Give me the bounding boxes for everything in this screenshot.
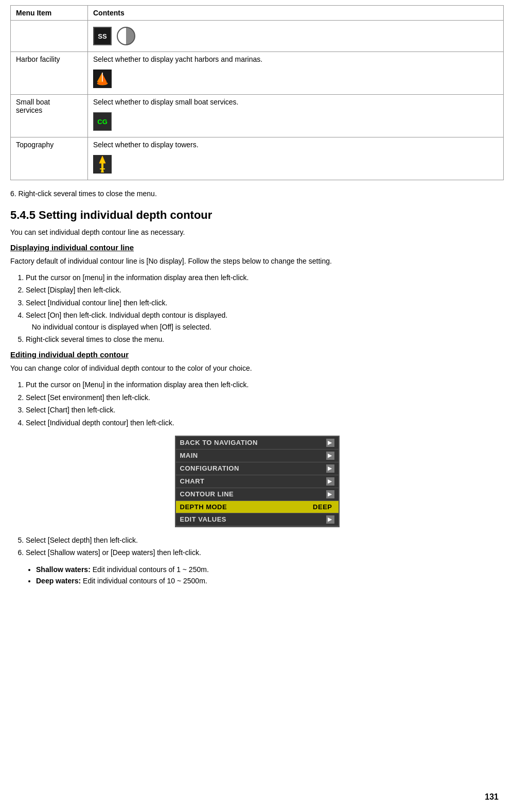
post-menu-steps-list: Select [Select depth] then left-click. S… — [26, 534, 504, 559]
list-item: Select [Select depth] then left-click. — [26, 534, 504, 546]
menu-row-depth-mode: DEPTH MODE DEEP — [176, 501, 339, 513]
menu-label: CONTOUR LINE — [180, 490, 326, 498]
menu-label: DEPTH MODE — [180, 503, 313, 511]
menu-row-main: MAIN ▶ — [176, 450, 339, 462]
menu-row-configuration: CONFIGURATION ▶ — [176, 462, 339, 475]
list-item: Put the cursor on [Menu] in the informat… — [26, 379, 504, 390]
page-container: Menu Item Contents SS Harbor facility S — [0, 0, 514, 812]
table-cell-menu: Small boatservices — [11, 95, 88, 137]
bullet-bold: Deep waters: — [36, 577, 81, 585]
circle-half-icon — [117, 27, 135, 45]
icon-group: SS — [93, 24, 498, 48]
table-row: Topography Select whether to display tow… — [11, 137, 504, 180]
table-cell-menu — [11, 21, 88, 52]
table-cell-contents: Select whether to display small boat ser… — [88, 95, 504, 137]
list-item: Right-click several times to close the m… — [26, 334, 504, 345]
list-item: Select [Individual depth contour] then l… — [26, 417, 504, 428]
list-item: Select [Display] then left-click. — [26, 284, 504, 296]
topography-text: Select whether to display towers. — [93, 141, 199, 149]
menu-row-chart: CHART ▶ — [176, 475, 339, 488]
list-item: Select [Set environment] then left-click… — [26, 392, 504, 403]
list-item: Select [Shallow waters] or [Deep waters]… — [26, 547, 504, 558]
svg-marker-1 — [102, 74, 107, 82]
bullet-text: Edit individual contours of 10 ~ 2500m. — [83, 577, 207, 585]
tower-icon — [93, 155, 112, 174]
menu-image: BACK TO NAVIGATION ▶ MAIN ▶ CONFIGURATIO… — [175, 436, 340, 527]
subsection1-steps-list: Put the cursor on [menu] in the informat… — [26, 272, 504, 345]
menu-value: DEEP — [313, 503, 332, 511]
menu-table: Menu Item Contents SS Harbor facility S — [10, 5, 504, 180]
menu-image-container: BACK TO NAVIGATION ▶ MAIN ▶ CONFIGURATIO… — [10, 436, 504, 527]
table-cell-contents: SS — [88, 21, 504, 52]
ss-icon: SS — [93, 27, 112, 45]
list-item: Deep waters: Edit individual contours of… — [36, 575, 504, 586]
subsection2-steps-list: Put the cursor on [Menu] in the informat… — [26, 379, 504, 428]
step-close-para: 6. Right-click several times to close th… — [10, 188, 504, 199]
icon-group — [93, 66, 498, 91]
icon-group — [93, 152, 498, 177]
table-cell-menu: Topography — [11, 137, 88, 180]
table-cell-contents: Select whether to display yacht harbors … — [88, 52, 504, 95]
subsection2-title: Editing individual depth contour — [10, 350, 504, 359]
cg-icon: CG — [93, 112, 112, 131]
arrow-icon: ▶ — [326, 515, 334, 524]
table-row: Harbor facility Select whether to displa… — [11, 52, 504, 95]
list-item: Select [Individual contour line] then le… — [26, 297, 504, 308]
harbor-text: Select whether to display yacht harbors … — [93, 55, 262, 63]
table-header-menu: Menu Item — [11, 6, 88, 21]
bullet-text: Edit individual contours of 1 ~ 250m. — [93, 565, 209, 574]
table-header-contents: Contents — [88, 6, 504, 21]
subsection2-para: You can change color of individual depth… — [10, 363, 504, 374]
bullets-list: Shallow waters: Edit individual contours… — [36, 564, 504, 587]
menu-label: CHART — [180, 477, 326, 485]
subsection1-title: Displaying individual contour line — [10, 243, 504, 252]
arrow-icon: ▶ — [326, 452, 334, 460]
svg-marker-4 — [99, 156, 105, 163]
section-title: 5.4.5 Setting individual depth contour — [10, 209, 504, 222]
arrow-icon: ▶ — [326, 477, 334, 486]
menu-label: BACK TO NAVIGATION — [180, 439, 326, 446]
menu-row-edit: EDIT VALUES ▶ — [176, 513, 339, 526]
menu-row-back: BACK TO NAVIGATION ▶ — [176, 437, 339, 450]
list-item: Shallow waters: Edit individual contours… — [36, 564, 504, 575]
intro-text: You can set individual depth contour lin… — [10, 227, 504, 238]
arrow-icon: ▶ — [326, 464, 334, 473]
arrow-icon: ▶ — [326, 490, 334, 498]
svg-rect-6 — [100, 168, 105, 169]
list-item: Select [On] then left-click. Individual … — [26, 309, 504, 333]
table-cell-menu: Harbor facility — [11, 52, 88, 95]
smallboat-text: Select whether to display small boat ser… — [93, 98, 238, 106]
svg-point-3 — [97, 82, 108, 85]
menu-label: MAIN — [180, 452, 326, 459]
sailboat-icon — [93, 70, 112, 88]
menu-label: EDIT VALUES — [180, 515, 326, 523]
list-item: Put the cursor on [menu] in the informat… — [26, 272, 504, 283]
subsection1-para: Factory default of individual contour li… — [10, 256, 504, 267]
svg-marker-0 — [97, 73, 102, 82]
menu-label: CONFIGURATION — [180, 464, 326, 472]
table-cell-contents: Select whether to display towers. — [88, 137, 504, 180]
list-item: Select [Chart] then left-click. — [26, 404, 504, 416]
table-row: SS — [11, 21, 504, 52]
page-number: 131 — [485, 792, 499, 802]
arrow-icon: ▶ — [326, 439, 334, 447]
menu-row-contour: CONTOUR LINE ▶ — [176, 488, 339, 501]
icon-group: CG — [93, 109, 498, 134]
table-row: Small boatservices Select whether to dis… — [11, 95, 504, 137]
svg-marker-7 — [101, 170, 104, 172]
bullet-bold: Shallow waters: — [36, 565, 91, 574]
